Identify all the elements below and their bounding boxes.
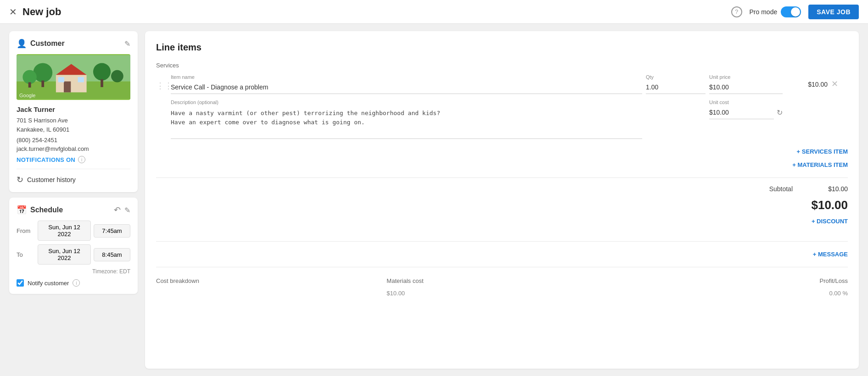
cost-breakdown-value	[156, 287, 386, 299]
schedule-title-row: 📅 Schedule	[17, 205, 63, 215]
customer-avatar-icon: 👤	[17, 39, 27, 49]
customer-card-title: Customer	[30, 39, 65, 48]
timezone-label: Timezone: EDT	[17, 268, 130, 275]
unit-cost-row: ↻	[709, 106, 783, 119]
customer-email: jack.turner@mvfglobal.com	[17, 145, 130, 152]
customer-phone: (800) 254-2451	[17, 137, 130, 144]
description-label: Description (optional)	[171, 100, 642, 105]
svg-rect-7	[78, 77, 84, 82]
svg-rect-6	[58, 77, 64, 82]
schedule-to-row: To Sun, Jun 12 2022 8:45am	[17, 244, 130, 265]
cost-breakdown-header: Cost breakdown	[156, 275, 386, 287]
google-label: Google	[19, 93, 35, 98]
notify-checkbox[interactable]	[17, 279, 24, 287]
totals-divider	[156, 177, 848, 178]
to-date-button[interactable]: Sun, Jun 12 2022	[38, 244, 91, 265]
notifications-info-icon[interactable]: i	[78, 156, 85, 163]
address-line2: Kankakee, IL 60901	[17, 126, 69, 133]
customer-photo: Google	[17, 54, 130, 100]
line-items-panel: Line items Services ⋮⋮ Item name Qty Uni…	[145, 31, 859, 369]
item-name-label: Item name	[171, 74, 642, 80]
schedule-card-header: 📅 Schedule ↶ ✎	[17, 205, 130, 215]
header-right: ? Pro mode SAVE JOB	[731, 5, 859, 19]
add-discount-button[interactable]: + DISCOUNT	[812, 216, 848, 227]
from-time-button[interactable]: 7:45am	[94, 224, 130, 238]
unit-price-group: Unit price	[709, 74, 783, 94]
pro-mode-container: Pro mode	[750, 6, 801, 17]
from-label: From	[17, 227, 35, 234]
to-time-button[interactable]: 8:45am	[94, 248, 130, 261]
unit-cost-input[interactable]	[709, 106, 774, 119]
schedule-from-row: From Sun, Jun 12 2022 7:45am	[17, 221, 130, 241]
customer-name: Jack Turner	[17, 105, 130, 113]
subtotal-label: Subtotal	[769, 185, 793, 193]
item-total: $10.00	[786, 74, 828, 88]
unit-cost-group: Unit cost ↻	[709, 100, 783, 119]
svg-rect-13	[28, 82, 31, 87]
customer-history-row[interactable]: ↻ Customer history	[17, 175, 130, 185]
svg-rect-5	[64, 82, 71, 93]
subtotal-row: Subtotal $10.00	[769, 185, 848, 193]
grand-total: $10.00	[811, 198, 848, 212]
unit-price-label: Unit price	[709, 74, 783, 80]
pro-mode-label: Pro mode	[750, 8, 778, 16]
cost-breakdown-grid: Cost breakdown Materials cost Profit/Los…	[156, 275, 848, 299]
help-icon[interactable]: ?	[731, 6, 742, 17]
address-line1: 701 S Harrison Ave	[17, 117, 68, 124]
save-job-button[interactable]: SAVE JOB	[808, 5, 859, 19]
unit-cost-label: Unit cost	[709, 100, 783, 105]
item-name-group: Item name	[171, 74, 642, 94]
svg-rect-9	[41, 81, 44, 87]
toggle-knob	[791, 7, 800, 17]
description-group: Description (optional)	[171, 100, 642, 139]
line-item-row: ⋮⋮ Item name Qty Unit price $10.00 ✕	[156, 74, 848, 94]
svg-point-12	[22, 70, 37, 84]
history-icon: ↻	[17, 175, 23, 185]
materials-cost-header: Materials cost	[386, 275, 617, 287]
qty-label: Qty	[646, 74, 706, 80]
remove-item-button[interactable]: ✕	[831, 74, 848, 89]
qty-input[interactable]	[646, 81, 706, 94]
customer-title-row: 👤 Customer	[17, 39, 65, 49]
to-label: To	[17, 251, 35, 258]
drag-handle[interactable]: ⋮⋮	[156, 74, 167, 91]
top-header: ✕ New job ? Pro mode SAVE JOB	[0, 0, 868, 24]
services-label: Services	[156, 62, 848, 69]
main-content: 👤 Customer ✎	[0, 24, 868, 376]
from-date-button[interactable]: Sun, Jun 12 2022	[38, 221, 91, 241]
item-name-input[interactable]	[171, 81, 642, 94]
card-divider	[17, 169, 130, 169]
schedule-edit-icon[interactable]: ✎	[124, 206, 130, 215]
totals-section: Subtotal $10.00 $10.00 + DISCOUNT	[156, 185, 848, 234]
calendar-icon: 📅	[17, 205, 27, 215]
schedule-undo-icon[interactable]: ↶	[114, 205, 121, 215]
customer-card: 👤 Customer ✎	[9, 31, 138, 192]
notifications-on-label[interactable]: NOTIFICATIONS ON	[17, 156, 75, 163]
notify-row: Notify customer i	[17, 279, 130, 287]
schedule-icons: ↶ ✎	[114, 205, 130, 215]
profit-loss-value: 0.00 %	[617, 287, 848, 299]
page-title: New job	[22, 6, 61, 18]
customer-address: 701 S Harrison Ave Kankakee, IL 60901	[17, 116, 130, 134]
add-message-button[interactable]: + MESSAGE	[813, 249, 848, 260]
subtotal-value: $10.00	[811, 185, 848, 193]
notifications-row: NOTIFICATIONS ON i	[17, 156, 130, 163]
svg-point-14	[111, 70, 123, 83]
description-input[interactable]	[171, 106, 642, 139]
add-materials-item-button[interactable]: + MATERIALS ITEM	[792, 160, 848, 170]
left-column: 👤 Customer ✎	[9, 31, 138, 369]
schedule-card: 📅 Schedule ↶ ✎ From Sun, Jun 12 2022 7:4…	[9, 198, 138, 294]
schedule-card-title: Schedule	[30, 206, 63, 214]
customer-history-label: Customer history	[27, 176, 76, 183]
cost-breakdown-section: Cost breakdown Materials cost Profit/Los…	[156, 267, 848, 299]
close-icon[interactable]: ✕	[9, 7, 17, 17]
pro-mode-toggle[interactable]	[781, 6, 801, 17]
add-service-item-button[interactable]: + SERVICES ITEM	[797, 146, 848, 157]
notify-info-icon[interactable]: i	[73, 279, 80, 287]
unit-price-input[interactable]	[709, 81, 783, 94]
unit-cost-refresh-icon[interactable]: ↻	[777, 108, 783, 117]
customer-edit-icon[interactable]: ✎	[124, 39, 130, 48]
line-items-title: Line items	[156, 42, 848, 53]
customer-card-header: 👤 Customer ✎	[17, 39, 130, 49]
notify-label: Notify customer	[28, 280, 69, 287]
